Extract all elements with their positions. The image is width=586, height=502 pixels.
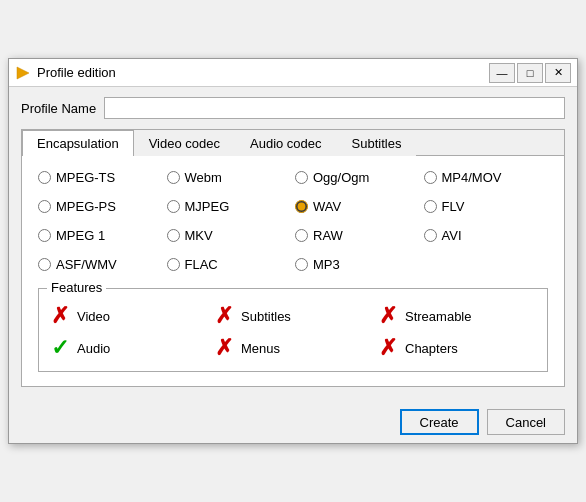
minimize-button[interactable]: — [489,63,515,83]
svg-marker-0 [17,67,29,79]
option-asf-wmv[interactable]: ASF/WMV [38,257,163,272]
feature-menus: ✗ Menus [215,337,371,359]
option-flv[interactable]: FLV [424,199,549,214]
features-grid: ✗ Video ✗ Subtitles ✗ Streamable [51,305,535,359]
cancel-button[interactable]: Cancel [487,409,565,435]
encapsulation-options: MPEG-TS Webm Ogg/Ogm MP4/MOV [38,170,548,272]
feature-video: ✗ Video [51,305,207,327]
x-icon: ✗ [379,337,397,359]
option-avi[interactable]: AVI [424,228,549,243]
close-button[interactable]: ✕ [545,63,571,83]
feature-audio: ✓ Audio [51,337,207,359]
feature-subtitles: ✗ Subtitles [215,305,371,327]
profile-name-row: Profile Name [21,97,565,119]
tab-bar: Encapsulation Video codec Audio codec Su… [22,130,564,156]
feature-streamable: ✗ Streamable [379,305,535,327]
profile-name-input[interactable] [104,97,565,119]
option-raw[interactable]: RAW [295,228,420,243]
x-icon: ✗ [51,305,69,327]
option-mp3[interactable]: MP3 [295,257,420,272]
title-bar-controls: — □ ✕ [489,63,571,83]
tabs-container: Encapsulation Video codec Audio codec Su… [21,129,565,387]
features-group: Features ✗ Video ✗ Subtitles [38,288,548,372]
footer: Create Cancel [9,399,577,443]
x-icon: ✗ [215,337,233,359]
features-legend: Features [47,280,106,295]
create-button[interactable]: Create [400,409,479,435]
option-mkv[interactable]: MKV [167,228,292,243]
maximize-button[interactable]: □ [517,63,543,83]
option-flac[interactable]: FLAC [167,257,292,272]
window-content: Profile Name Encapsulation Video codec A… [9,87,577,399]
option-mpeg1[interactable]: MPEG 1 [38,228,163,243]
option-mpeg-ts[interactable]: MPEG-TS [38,170,163,185]
window-title: Profile edition [37,65,489,80]
feature-chapters: ✗ Chapters [379,337,535,359]
option-mpeg-ps[interactable]: MPEG-PS [38,199,163,214]
tab-encapsulation[interactable]: Encapsulation [22,130,134,156]
option-webm[interactable]: Webm [167,170,292,185]
option-ogg-ogm[interactable]: Ogg/Ogm [295,170,420,185]
app-icon [15,65,31,81]
window: Profile edition — □ ✕ Profile Name Encap… [8,58,578,444]
tab-audio-codec[interactable]: Audio codec [235,130,337,156]
option-wav[interactable]: WAV [295,199,420,214]
title-bar: Profile edition — □ ✕ [9,59,577,87]
x-icon: ✗ [215,305,233,327]
option-mp4-mov[interactable]: MP4/MOV [424,170,549,185]
tab-subtitles[interactable]: Subtitles [337,130,417,156]
x-icon: ✗ [379,305,397,327]
tab-content-encapsulation: MPEG-TS Webm Ogg/Ogm MP4/MOV [22,156,564,386]
tab-video-codec[interactable]: Video codec [134,130,235,156]
check-icon: ✓ [51,337,69,359]
option-mjpeg[interactable]: MJPEG [167,199,292,214]
profile-name-label: Profile Name [21,101,96,116]
